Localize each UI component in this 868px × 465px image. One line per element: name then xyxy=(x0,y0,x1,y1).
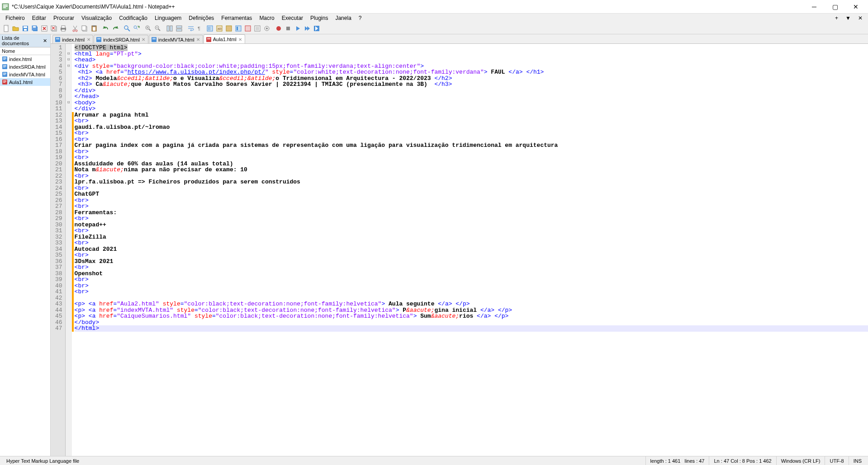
replace-icon[interactable] xyxy=(132,24,141,33)
tab-close-icon[interactable]: ✕ xyxy=(141,37,146,42)
tab-close-icon[interactable]: ✕ xyxy=(238,37,243,42)
menu-down[interactable]: ▼ xyxy=(842,14,854,22)
minimize-button[interactable]: ─ xyxy=(804,0,825,14)
status-enc[interactable]: UTF-8 xyxy=(825,456,849,465)
paste-icon[interactable] xyxy=(90,24,99,33)
menu-visualizacao[interactable]: Visualização xyxy=(78,14,115,22)
menu-codificacao[interactable]: Codificação xyxy=(115,14,151,22)
file-icon xyxy=(151,37,157,42)
tab[interactable]: indexSRDA.html✕ xyxy=(94,35,148,43)
doclist-close-icon[interactable]: ✕ xyxy=(42,38,48,44)
monitor-icon[interactable] xyxy=(262,24,271,33)
copy-icon[interactable] xyxy=(80,24,89,33)
svg-rect-60 xyxy=(3,81,6,82)
doclist-item[interactable]: indexSRDA.html xyxy=(0,63,50,70)
menu-macro[interactable]: Macro xyxy=(256,14,278,22)
wordwrap-icon[interactable] xyxy=(186,24,195,33)
svg-text:ab: ab xyxy=(218,27,222,31)
undo-icon[interactable] xyxy=(101,24,110,33)
fold-gutter[interactable]: ⊟⊟⊟⊟ xyxy=(66,44,72,456)
new-file-icon[interactable] xyxy=(2,24,11,33)
svg-point-17 xyxy=(73,30,75,32)
menu-plus[interactable]: + xyxy=(831,14,842,22)
save-macro-icon[interactable] xyxy=(312,24,321,33)
code-editor[interactable]: 1234567891011121314151617181920212223242… xyxy=(51,44,868,456)
folder-as-workspace-icon[interactable] xyxy=(224,24,233,33)
sync-v-icon[interactable] xyxy=(165,24,174,33)
svg-rect-23 xyxy=(93,27,95,31)
svg-rect-38 xyxy=(237,27,238,30)
svg-rect-20 xyxy=(82,26,86,30)
play-icon[interactable] xyxy=(293,24,302,33)
svg-rect-16 xyxy=(62,29,65,31)
menu-plugins[interactable]: Plugins xyxy=(307,14,332,22)
svg-rect-52 xyxy=(3,66,6,66)
save-all-icon[interactable] xyxy=(30,24,39,33)
cut-icon[interactable] xyxy=(71,24,80,33)
svg-rect-63 xyxy=(56,38,59,38)
doc-map-icon[interactable] xyxy=(234,24,243,33)
sync-h-icon[interactable] xyxy=(175,24,184,33)
status-length: length : 1 461 lines : 47 xyxy=(646,456,710,465)
svg-rect-37 xyxy=(236,26,241,31)
svg-rect-36 xyxy=(226,26,232,31)
close-all-icon[interactable] xyxy=(49,24,58,33)
record-icon[interactable] xyxy=(274,24,283,33)
close-button[interactable]: ✕ xyxy=(845,0,866,14)
play-multi-icon[interactable] xyxy=(303,24,312,33)
menu-help[interactable]: ? xyxy=(355,14,365,22)
redo-icon[interactable] xyxy=(111,24,120,33)
menu-linguagem[interactable]: Linguagem xyxy=(151,14,185,22)
svg-rect-39 xyxy=(245,26,251,31)
tab[interactable]: Aula1.html✕ xyxy=(204,34,245,43)
svg-rect-67 xyxy=(97,39,100,39)
lang-icon[interactable]: ab xyxy=(215,24,224,33)
save-icon[interactable] xyxy=(21,24,30,33)
svg-rect-10 xyxy=(33,26,36,28)
file-icon xyxy=(55,37,61,42)
menu-procurar[interactable]: Procurar xyxy=(50,14,78,22)
print-icon[interactable] xyxy=(59,24,68,33)
zoom-out-icon[interactable] xyxy=(153,24,162,33)
doc-list-icon[interactable] xyxy=(243,24,252,33)
svg-rect-15 xyxy=(62,26,65,28)
find-icon[interactable] xyxy=(123,24,132,33)
svg-rect-44 xyxy=(286,27,290,30)
svg-rect-68 xyxy=(152,37,157,42)
svg-rect-53 xyxy=(3,67,5,67)
doclist-column-header[interactable]: Nome xyxy=(0,47,50,55)
line-gutter[interactable]: 1234567891011121314151617181920212223242… xyxy=(51,44,66,456)
tab-close-icon[interactable]: ✕ xyxy=(86,37,91,42)
menu-janela[interactable]: Janela xyxy=(332,14,355,22)
menu-x[interactable]: ✕ xyxy=(854,14,866,22)
doclist-item[interactable]: Aula1.html xyxy=(0,78,50,86)
stop-icon[interactable] xyxy=(284,24,293,33)
zoom-in-icon[interactable] xyxy=(144,24,153,33)
svg-rect-30 xyxy=(176,26,182,28)
indent-guide-icon[interactable] xyxy=(205,24,214,33)
toolbar: ¶ ab xyxy=(0,23,868,34)
func-list-icon[interactable] xyxy=(253,24,262,33)
status-eol[interactable]: Windows (CR LF) xyxy=(777,456,825,465)
tab-close-icon[interactable]: ✕ xyxy=(196,37,201,42)
maximize-button[interactable]: ▢ xyxy=(825,0,845,14)
tab[interactable]: index.html✕ xyxy=(52,35,93,43)
svg-rect-6 xyxy=(24,26,27,28)
allchars-icon[interactable]: ¶ xyxy=(196,24,205,33)
svg-text:¶: ¶ xyxy=(198,26,200,31)
close-file-icon[interactable] xyxy=(40,24,49,33)
status-ins[interactable]: INS xyxy=(849,456,866,465)
menu-definicoes[interactable]: Definições xyxy=(185,14,218,22)
doclist-item[interactable]: indexMVTA.html xyxy=(0,70,50,78)
open-file-icon[interactable] xyxy=(11,24,20,33)
menu-ferramentas[interactable]: Ferramentas xyxy=(218,14,256,22)
menu-editar[interactable]: Editar xyxy=(28,14,50,22)
code-area[interactable]: <!DOCTYPE html><html lang="PT-pt"><head>… xyxy=(74,44,868,456)
svg-rect-22 xyxy=(93,25,95,27)
svg-rect-66 xyxy=(97,38,100,38)
menu-ficheiro[interactable]: Ficheiro xyxy=(2,14,28,22)
svg-rect-2 xyxy=(3,6,8,7)
tab[interactable]: indexMVTA.html✕ xyxy=(149,35,203,43)
menu-executar[interactable]: Executar xyxy=(278,14,307,22)
doclist-item[interactable]: index.html xyxy=(0,55,50,63)
